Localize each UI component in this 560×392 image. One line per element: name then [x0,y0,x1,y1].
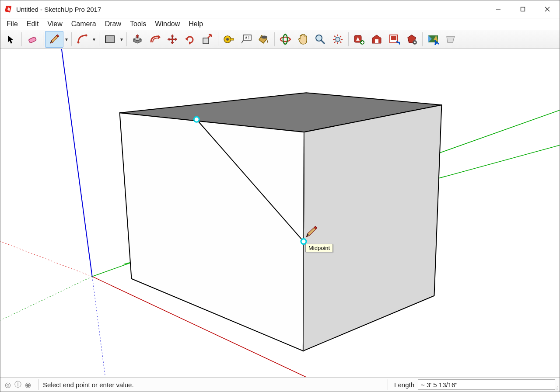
menu-file[interactable]: File [2,19,22,29]
inference-tooltip: Midpoint [305,244,333,252]
status-bar: ◎ ⓘ ◉ Select end point or enter value. L… [0,377,560,392]
viewport-scene [0,49,560,377]
zoom-icon [315,34,326,45]
close-button[interactable] [535,0,560,18]
map-add-location-icon [427,34,439,45]
svg-point-62 [557,388,558,389]
maximize-button[interactable] [511,0,535,18]
svg-point-18 [226,38,229,41]
tool-line-pencil[interactable] [45,31,63,48]
title-bar: Untitled - SketchUp Pro 2017 [0,0,560,18]
svg-point-56 [301,239,306,244]
eraser-icon [27,34,38,45]
tray-icon [445,34,456,45]
close-icon [544,6,550,12]
minimize-button[interactable] [486,0,511,18]
tool-default-tray[interactable] [442,31,459,47]
tool-push-pull[interactable] [129,31,146,47]
tool-zoom-extents[interactable] [329,31,346,47]
svg-point-60 [557,386,558,387]
tool-send-to-layout[interactable] [385,31,403,47]
move-icon [167,34,178,45]
tool-tape-measure[interactable] [220,31,238,47]
svg-marker-25 [290,38,291,40]
svg-rect-33 [375,39,378,43]
menu-draw[interactable]: Draw [101,19,126,29]
menu-camera[interactable]: Camera [67,19,101,29]
window-title: Untitled - SketchUp Pro 2017 [16,6,101,13]
tool-paint-bucket[interactable] [255,31,273,47]
svg-marker-52 [120,113,304,351]
tool-scale[interactable] [199,31,216,47]
tool-arc-dropdown[interactable]: ▼ [91,31,97,47]
tool-add-location[interactable] [424,31,442,47]
menu-tools[interactable]: Tools [126,19,150,29]
offset-icon [149,34,161,45]
scale-icon [202,34,213,45]
layout-icon [388,34,400,45]
svg-point-55 [194,117,199,122]
svg-point-64 [556,389,556,390]
resize-grip[interactable] [553,385,559,391]
tool-pan[interactable] [294,31,312,47]
menu-help[interactable]: Help [184,19,207,29]
svg-rect-16 [203,38,209,44]
tool-extension-warehouse[interactable] [403,31,420,47]
tool-eraser[interactable] [24,31,41,47]
warehouse-share-icon [371,34,382,45]
svg-line-45 [92,277,105,377]
text-icon: A1 [241,34,252,45]
measurement-input[interactable] [418,379,555,390]
svg-line-43 [0,242,92,277]
svg-marker-13 [158,35,161,39]
svg-rect-35 [391,36,396,40]
menu-edit[interactable]: Edit [22,19,43,29]
tool-rotate[interactable] [181,31,199,47]
tool-3d-warehouse-share[interactable] [368,31,385,47]
tool-shapes-dropdown[interactable]: ▼ [119,31,125,47]
zoom-extents-icon [332,34,343,45]
tool-move[interactable] [164,31,181,47]
tool-orbit[interactable] [276,31,294,47]
tool-zoom[interactable] [312,31,329,47]
svg-point-9 [85,35,88,37]
svg-point-24 [283,35,287,44]
profile-status-icon[interactable]: ◉ [25,381,31,389]
svg-rect-1 [521,7,525,11]
svg-point-39 [414,42,416,43]
svg-point-23 [280,37,290,42]
menu-view[interactable]: View [43,19,66,29]
arc-icon [77,34,88,45]
svg-marker-14 [185,37,188,41]
menu-bar: File Edit View Camera Draw Tools Window … [0,18,560,30]
tool-line-dropdown[interactable]: ▼ [63,31,70,47]
tool-text[interactable]: A1 [238,31,255,47]
tool-arc[interactable] [74,31,91,47]
svg-point-61 [556,388,556,389]
svg-marker-51 [303,105,442,351]
warehouse-get-icon [354,34,365,45]
menu-window[interactable]: Window [150,19,184,29]
geolocation-status-icon[interactable]: ◎ [5,381,11,389]
tool-offset[interactable] [146,31,164,47]
svg-point-65 [557,389,558,390]
ruby-extension-icon [406,34,417,45]
svg-rect-4 [28,37,36,43]
svg-line-44 [0,277,92,320]
minimize-icon [496,7,501,12]
measurement-label: Length [391,381,418,389]
model-viewport[interactable]: Midpoint [0,49,560,377]
tape-measure-icon [223,34,234,45]
svg-point-29 [336,37,340,42]
app-icon [5,5,13,13]
svg-point-63 [554,389,555,390]
paint-bucket-icon [258,34,270,45]
tool-3d-warehouse-get[interactable] [350,31,368,47]
svg-text:A1: A1 [245,35,250,40]
tool-select[interactable] [2,31,20,47]
svg-rect-19 [230,38,234,40]
tool-shapes-rectangle[interactable] [101,31,119,47]
maximize-icon [520,7,525,12]
orbit-icon [280,34,291,45]
credits-status-icon[interactable]: ⓘ [14,380,21,389]
